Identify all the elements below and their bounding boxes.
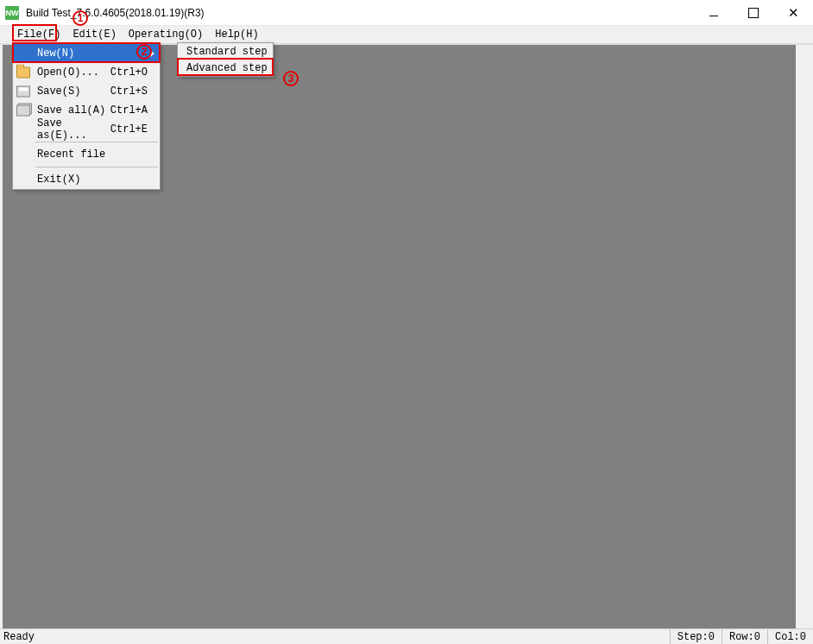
maximize-button[interactable]	[734, 0, 773, 26]
close-button[interactable]: ✕	[773, 0, 813, 26]
window-controls: ✕	[694, 0, 813, 26]
menu-item-save-label: Save(S)	[37, 85, 110, 98]
minimize-button[interactable]	[694, 0, 734, 26]
new-submenu: Standard step Advanced step	[177, 42, 274, 77]
folder-open-icon	[16, 67, 30, 79]
app-icon: NW	[5, 6, 19, 20]
menu-edit[interactable]: Edit(E)	[67, 27, 121, 42]
menu-item-new[interactable]: New(N)	[13, 44, 160, 63]
submenu-item-advanced-step[interactable]: Advanced step	[178, 60, 273, 76]
save-all-icon	[16, 105, 30, 117]
menu-item-open[interactable]: Open(O)... Ctrl+O	[13, 63, 160, 82]
menu-item-recent[interactable]: Recent file	[13, 145, 160, 164]
status-bar: Ready Step:0 Row:0 Col:0	[0, 628, 813, 644]
menu-item-save-as[interactable]: Save as(E)... Ctrl+E	[13, 120, 160, 139]
vertical-scrollbar[interactable]	[796, 45, 810, 628]
menu-item-save-as-shortcut: Ctrl+E	[110, 123, 160, 136]
menu-item-exit-label: Exit(X)	[37, 174, 160, 186]
menu-file[interactable]: File(F)	[12, 27, 66, 42]
submenu-item-standard-step[interactable]: Standard step	[178, 43, 273, 60]
menu-item-open-shortcut: Ctrl+O	[110, 66, 160, 79]
menu-item-save-all-label: Save all(A)	[37, 104, 110, 117]
menu-separator	[35, 142, 158, 142]
menu-operating[interactable]: Operating(O)	[123, 27, 208, 42]
menu-separator	[35, 167, 158, 167]
save-icon	[16, 86, 30, 98]
file-dropdown-menu: New(N) Open(O)... Ctrl+O Save(S) Ctrl+S …	[12, 43, 161, 190]
status-ready: Ready	[0, 631, 670, 643]
status-step: Step:0	[670, 629, 722, 644]
menu-help[interactable]: Help(H)	[210, 27, 263, 42]
menu-item-save[interactable]: Save(S) Ctrl+S	[13, 82, 160, 101]
menu-item-recent-label: Recent file	[37, 148, 160, 161]
menu-item-save-all-shortcut: Ctrl+A	[110, 104, 160, 117]
menu-item-exit[interactable]: Exit(X)	[13, 170, 160, 189]
status-row: Row:0	[722, 629, 767, 644]
menu-item-save-shortcut: Ctrl+S	[110, 85, 160, 98]
menu-item-new-label: New(N)	[37, 47, 160, 60]
menu-item-open-label: Open(O)...	[37, 66, 110, 79]
status-col: Col:0	[767, 629, 813, 644]
menu-bar: File(F) Edit(E) Operating(O) Help(H)	[0, 26, 813, 43]
window-title: Build Test_7.6.0.4605(2018.01.19)(R3)	[26, 7, 205, 19]
submenu-arrow-icon	[150, 50, 154, 57]
title-bar: NW Build Test_7.6.0.4605(2018.01.19)(R3)…	[0, 0, 813, 26]
menu-item-save-as-label: Save as(E)...	[37, 117, 110, 142]
